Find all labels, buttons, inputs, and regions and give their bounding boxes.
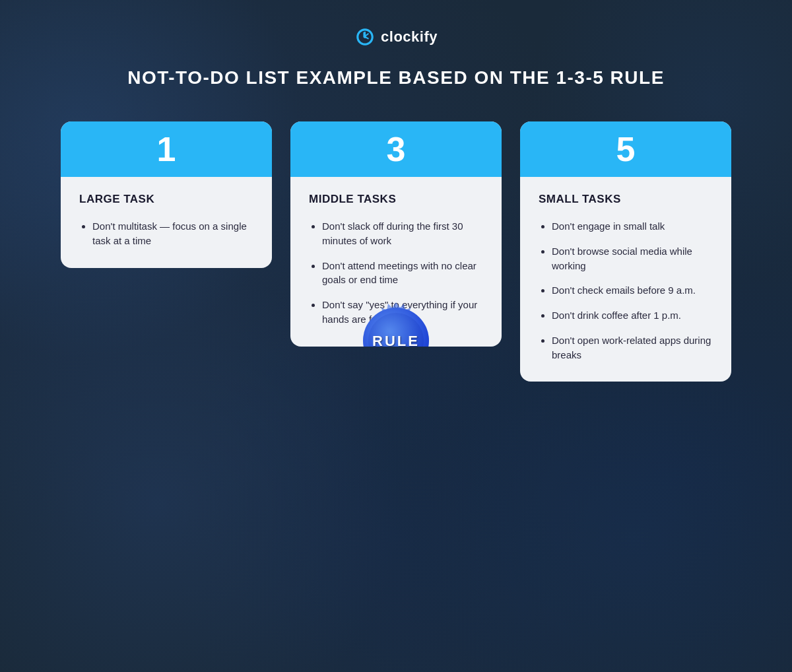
list-item: Don't engage in small talk [552, 219, 713, 234]
card-list-1: Don't multitask — focus on a single task… [79, 219, 253, 248]
list-item: Don't attend meetings with no clear goal… [322, 259, 483, 288]
seal-container: RULE [353, 298, 439, 347]
card-category-3: MIDDLE TASKS [309, 193, 483, 206]
card-category-5: SMALL TASKS [539, 193, 713, 206]
clockify-logo: clockify [354, 26, 438, 48]
main-title: NOT-TO-DO LIST EXAMPLE BASED ON THE 1-3-… [127, 67, 665, 88]
card-number-5: 5 [616, 130, 636, 168]
list-item: Don't open work-related apps during brea… [552, 333, 713, 362]
list-item: Don't slack off during the first 30 minu… [322, 219, 483, 248]
clockify-logo-icon [354, 26, 376, 48]
card-middle-tasks: 3 MIDDLE TASKS Don't slack off during th… [290, 121, 502, 347]
card-small-tasks: 5 SMALL TASKS Don't engage in small talk… [520, 121, 731, 382]
card-number-1: 1 [157, 130, 176, 168]
header: clockify [354, 26, 438, 48]
card-category-1: LARGE TASK [79, 193, 253, 206]
list-item: Don't multitask — focus on a single task… [92, 219, 253, 248]
svg-text:RULE: RULE [372, 333, 420, 347]
card-body-1: LARGE TASK Don't multitask — focus on a … [61, 177, 272, 268]
list-item: Don't check emails before 9 a.m. [552, 283, 713, 298]
list-item: Don't drink coffee after 1 p.m. [552, 308, 713, 323]
card-number-bar-1: 1 [61, 121, 272, 177]
card-number-3: 3 [387, 130, 406, 168]
clockify-logo-text: clockify [381, 28, 438, 46]
card-number-bar-3: 3 [290, 121, 502, 177]
svg-line-2 [365, 37, 368, 38]
card-large-task: 1 LARGE TASK Don't multitask — focus on … [61, 121, 272, 268]
card-list-5: Don't engage in small talk Don't browse … [539, 219, 713, 362]
card-number-bar-5: 5 [520, 121, 731, 177]
list-item: Don't browse social media while working [552, 244, 713, 273]
cards-container: 1 LARGE TASK Don't multitask — focus on … [21, 121, 771, 382]
rule-seal: RULE [353, 298, 439, 347]
card-body-5: SMALL TASKS Don't engage in small talk D… [520, 177, 731, 382]
